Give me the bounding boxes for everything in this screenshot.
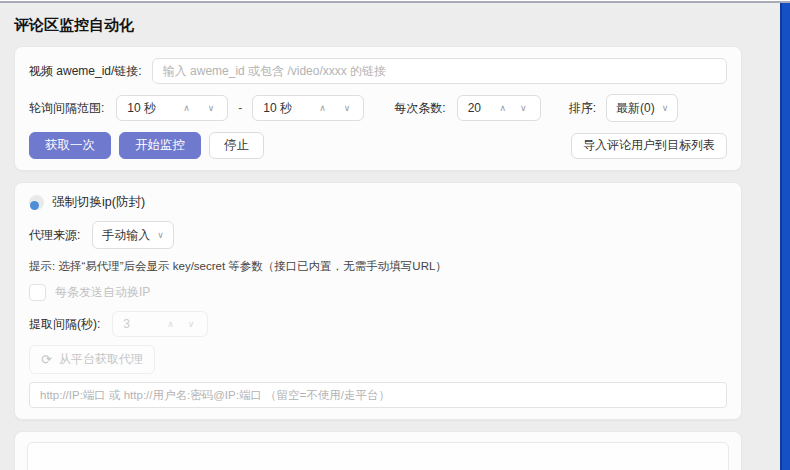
count-spinner[interactable]: 20 ∧ ∨ xyxy=(457,95,541,121)
chevron-up-icon[interactable]: ∧ xyxy=(164,318,177,331)
right-accent-bar xyxy=(780,3,790,470)
fetch-once-button[interactable]: 获取一次 xyxy=(29,132,111,159)
manual-proxy-row xyxy=(29,382,727,408)
globe-icon xyxy=(29,195,44,210)
count-label: 每次条数: xyxy=(394,100,445,117)
chevron-up-icon[interactable]: ∧ xyxy=(497,102,510,115)
chevron-up-icon[interactable]: ∧ xyxy=(316,102,329,115)
page-title: 评论区监控自动化 xyxy=(14,16,766,35)
interval-max-spinner[interactable]: 10 秒 ∧ ∨ xyxy=(252,95,364,121)
chevron-down-icon[interactable]: ∨ xyxy=(205,102,218,115)
monitor-settings-card: 视频 aweme_id/链接: 轮询间隔范围: 10 秒 ∧ ∨ - 10 秒 … xyxy=(14,46,742,171)
sort-value: 最新(0) xyxy=(616,100,655,117)
extract-interval-label: 提取间隔(秒): xyxy=(29,316,100,333)
import-users-button[interactable]: 导入评论用户到目标列表 xyxy=(571,133,727,159)
chevron-down-icon[interactable]: ∨ xyxy=(517,102,530,115)
interval-min-spinner[interactable]: 10 秒 ∧ ∨ xyxy=(116,95,228,121)
auto-switch-checkbox[interactable] xyxy=(29,284,46,301)
sort-select[interactable]: 最新(0) ∨ xyxy=(606,94,678,122)
interval-separator: - xyxy=(238,101,242,115)
interval-row: 轮询间隔范围: 10 秒 ∧ ∨ - 10 秒 ∧ ∨ 每次条数: 20 ∧ ∨… xyxy=(29,94,727,122)
proxy-title: 强制切换ip(防封) xyxy=(52,194,145,211)
chevron-down-icon[interactable]: ∨ xyxy=(341,102,354,115)
stop-button[interactable]: 停止 xyxy=(209,132,264,159)
proxy-source-label: 代理来源: xyxy=(29,227,80,244)
proxy-source-row: 代理来源: 手动输入 ∨ xyxy=(29,221,727,249)
proxy-source-select[interactable]: 手动输入 ∨ xyxy=(92,221,174,249)
auto-switch-row: 每条发送自动换IP xyxy=(29,284,727,301)
video-link-label: 视频 aweme_id/链接: xyxy=(29,63,142,80)
extract-interval-spinner[interactable]: 3 ∧ ∨ xyxy=(112,311,208,337)
fetch-from-platform-button[interactable]: ⟳ 从平台获取代理 xyxy=(29,345,155,374)
extract-interval-row: 提取间隔(秒): 3 ∧ ∨ xyxy=(29,311,727,337)
video-link-row: 视频 aweme_id/链接: xyxy=(29,58,727,84)
fetch-proxy-row: ⟳ 从平台获取代理 xyxy=(29,345,727,374)
chevron-down-icon: ∨ xyxy=(662,103,669,113)
results-card xyxy=(14,431,742,470)
interval-max-value: 10 秒 xyxy=(263,100,292,117)
proxy-source-value: 手动输入 xyxy=(102,227,150,244)
fetch-from-platform-label: 从平台获取代理 xyxy=(59,351,143,368)
interval-min-value: 10 秒 xyxy=(127,100,156,117)
main-content: 评论区监控自动化 视频 aweme_id/链接: 轮询间隔范围: 10 秒 ∧ … xyxy=(0,4,766,470)
extract-interval-value: 3 xyxy=(123,317,130,331)
video-link-input[interactable] xyxy=(152,58,727,84)
proxy-tip: 提示: 选择“易代理”后会显示 key/secret 等参数（接口已内置，无需手… xyxy=(29,259,727,274)
actions-row: 获取一次 开始监控 停止 导入评论用户到目标列表 xyxy=(29,132,727,159)
auto-switch-label: 每条发送自动换IP xyxy=(55,284,150,301)
count-value: 20 xyxy=(468,101,481,115)
start-monitor-button[interactable]: 开始监控 xyxy=(119,132,201,159)
chevron-up-icon[interactable]: ∧ xyxy=(180,102,193,115)
proxy-card: 强制切换ip(防封) 代理来源: 手动输入 ∨ 提示: 选择“易代理”后会显示 … xyxy=(14,182,742,420)
proxy-header: 强制切换ip(防封) xyxy=(29,194,727,211)
manual-proxy-input[interactable] xyxy=(29,382,727,408)
chevron-down-icon[interactable]: ∨ xyxy=(185,318,198,331)
sort-label: 排序: xyxy=(569,100,596,117)
results-inner-box xyxy=(27,442,729,470)
interval-label: 轮询间隔范围: xyxy=(29,100,104,117)
refresh-icon: ⟳ xyxy=(41,352,52,367)
chevron-down-icon: ∨ xyxy=(157,230,164,240)
